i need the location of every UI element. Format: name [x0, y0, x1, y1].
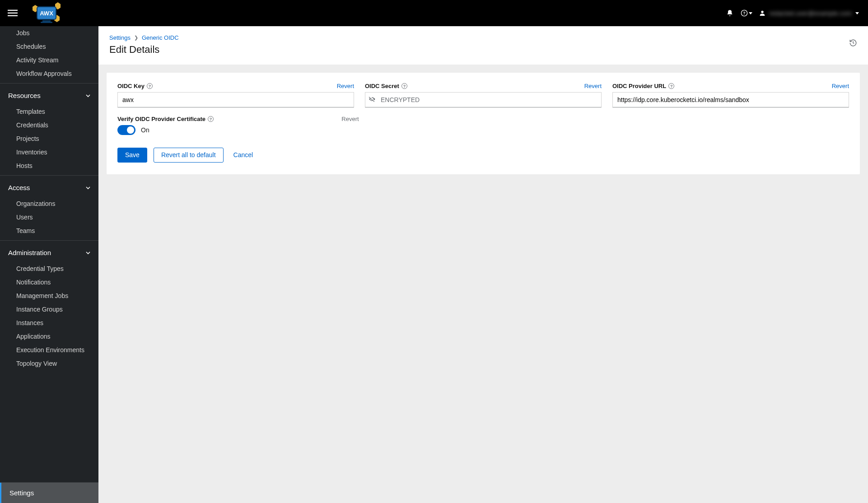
- sidebar-item-execution-environments[interactable]: Execution Environments: [0, 343, 98, 357]
- awx-logo[interactable]: AWX: [29, 2, 64, 24]
- chevron-right-icon: ❯: [134, 35, 138, 41]
- form-actions: Save Revert all to default Cancel: [117, 148, 849, 163]
- sidebar-item-activity-stream[interactable]: Activity Stream: [0, 53, 98, 67]
- sidebar-item-credential-types[interactable]: Credential Types: [0, 262, 98, 275]
- sidebar-item-schedules[interactable]: Schedules: [0, 40, 98, 53]
- oidc-key-label: OIDC Key ?: [117, 83, 153, 89]
- oidc-key-group: OIDC Key ? Revert: [117, 83, 354, 107]
- verify-cert-group: Verify OIDC Provider Certificate ? Rever…: [117, 116, 359, 135]
- oidc-secret-revert-link[interactable]: Revert: [584, 83, 602, 89]
- oidc-secret-group: OIDC Secret ? Revert: [365, 83, 602, 107]
- chevron-down-icon: [855, 12, 859, 14]
- svg-text:AWX: AWX: [40, 10, 53, 17]
- page-title: Edit Details: [109, 44, 857, 56]
- chevron-down-icon: [749, 12, 752, 14]
- oidc-key-input[interactable]: [117, 92, 354, 107]
- breadcrumb-settings-link[interactable]: Settings: [109, 34, 131, 41]
- oidc-key-revert-link[interactable]: Revert: [337, 83, 354, 89]
- main-content: Settings ❯ Generic OIDC Edit Details OID…: [98, 26, 868, 503]
- svg-text:?: ?: [743, 11, 745, 15]
- help-icon[interactable]: ?: [208, 116, 214, 122]
- oidc-provider-url-group: OIDC Provider URL ? Revert: [612, 83, 849, 107]
- sidebar-item-credentials[interactable]: Credentials: [0, 118, 98, 132]
- cancel-button[interactable]: Cancel: [230, 148, 257, 162]
- oidc-secret-input[interactable]: [365, 92, 602, 107]
- sidebar-item-management-jobs[interactable]: Management Jobs: [0, 289, 98, 303]
- svg-rect-1: [8, 13, 18, 14]
- help-icon[interactable]: ?: [401, 83, 407, 89]
- svg-rect-2: [8, 15, 18, 16]
- verify-cert-toggle[interactable]: [117, 125, 135, 135]
- help-dropdown[interactable]: ?: [741, 9, 752, 17]
- page-header: Settings ❯ Generic OIDC Edit Details: [98, 26, 868, 65]
- user-menu[interactable]: redacted.user@example.com: [757, 9, 861, 17]
- sidebar-item-workflow-approvals[interactable]: Workflow Approvals: [0, 67, 98, 80]
- sidebar-item-topology-view[interactable]: Topology View: [0, 357, 98, 370]
- sidebar: Jobs Schedules Activity Stream Workflow …: [0, 26, 98, 503]
- breadcrumb-generic-oidc-link[interactable]: Generic OIDC: [142, 34, 179, 41]
- sidebar-item-teams[interactable]: Teams: [0, 224, 98, 238]
- help-icon[interactable]: ?: [668, 83, 674, 89]
- sidebar-section-access[interactable]: Access: [0, 178, 98, 197]
- oidc-provider-url-label: OIDC Provider URL ?: [612, 83, 674, 89]
- sidebar-item-hosts[interactable]: Hosts: [0, 159, 98, 172]
- verify-cert-label: Verify OIDC Provider Certificate ?: [117, 116, 214, 122]
- sidebar-item-instances[interactable]: Instances: [0, 316, 98, 330]
- oidc-provider-url-revert-link[interactable]: Revert: [832, 83, 849, 89]
- sidebar-section-label: Administration: [8, 249, 51, 256]
- help-icon[interactable]: ?: [147, 83, 153, 89]
- sidebar-item-organizations[interactable]: Organizations: [0, 197, 98, 210]
- svg-point-12: [761, 11, 763, 13]
- sidebar-item-jobs[interactable]: Jobs: [0, 26, 98, 40]
- svg-rect-0: [8, 10, 18, 11]
- svg-rect-8: [41, 22, 52, 23]
- sidebar-section-label: Access: [8, 184, 30, 191]
- sidebar-item-templates[interactable]: Templates: [0, 105, 98, 118]
- verify-cert-revert-link[interactable]: Revert: [341, 116, 359, 122]
- verify-cert-state-label: On: [141, 126, 149, 134]
- sidebar-section-label: Resources: [8, 92, 41, 99]
- hamburger-menu-icon[interactable]: [7, 8, 18, 19]
- sidebar-section-administration[interactable]: Administration: [0, 243, 98, 262]
- breadcrumb: Settings ❯ Generic OIDC: [109, 34, 857, 41]
- chevron-down-icon: [86, 93, 90, 98]
- sidebar-item-projects[interactable]: Projects: [0, 132, 98, 145]
- chevron-down-icon: [86, 251, 90, 255]
- oidc-provider-url-input[interactable]: [612, 92, 849, 107]
- revert-all-button[interactable]: Revert all to default: [154, 148, 224, 163]
- sidebar-item-instance-groups[interactable]: Instance Groups: [0, 303, 98, 316]
- history-icon[interactable]: [849, 39, 857, 48]
- sidebar-item-inventories[interactable]: Inventories: [0, 145, 98, 159]
- header-right-tools: ? redacted.user@example.com: [723, 7, 861, 19]
- sidebar-item-settings[interactable]: Settings: [0, 483, 98, 503]
- edit-details-card: OIDC Key ? Revert OIDC Secret ?: [107, 73, 860, 174]
- save-button[interactable]: Save: [117, 148, 147, 163]
- sidebar-item-users[interactable]: Users: [0, 210, 98, 224]
- sidebar-section-resources[interactable]: Resources: [0, 86, 98, 105]
- top-header: AWX ? redacted.user@example.com: [0, 0, 868, 26]
- sidebar-item-applications[interactable]: Applications: [0, 330, 98, 343]
- svg-rect-7: [42, 20, 51, 22]
- oidc-secret-label: OIDC Secret ?: [365, 83, 407, 89]
- username-label: redacted.user@example.com: [770, 10, 852, 17]
- notifications-icon[interactable]: [723, 7, 736, 19]
- chevron-down-icon: [86, 186, 90, 190]
- sidebar-item-notifications[interactable]: Notifications: [0, 275, 98, 289]
